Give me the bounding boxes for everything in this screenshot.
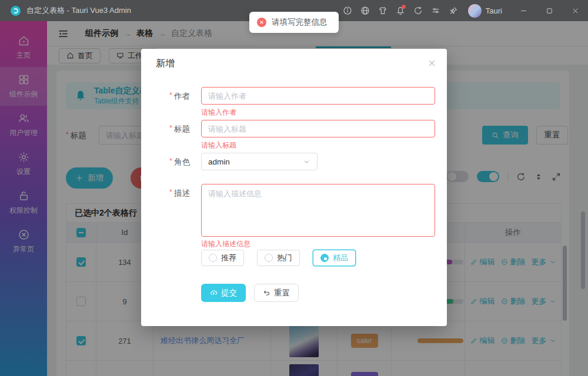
- role-value: admin: [208, 157, 230, 166]
- theme-skin-icon[interactable]: [374, 2, 392, 19]
- window-minimize-button[interactable]: [510, 0, 536, 21]
- desc-textarea[interactable]: [201, 184, 435, 237]
- window-maximize-button[interactable]: [536, 0, 562, 21]
- title-error: 请输入标题: [201, 140, 236, 150]
- dialog-title: 新增: [156, 58, 175, 70]
- author-input[interactable]: [201, 87, 435, 105]
- title-input[interactable]: [201, 120, 435, 137]
- author-field-label: *作者: [141, 91, 197, 102]
- title-field-label: *标题: [141, 124, 197, 135]
- add-dialog: 新增 *作者 请输入作者 *标题 请输入标题 *角色 admin *描述 请输入…: [141, 49, 447, 326]
- notification-dot: [402, 5, 406, 9]
- app-logo-icon: [11, 6, 21, 16]
- info-icon[interactable]: [339, 2, 356, 19]
- modal-reset-button[interactable]: 重置: [254, 284, 299, 302]
- toast-message: 请填写完整信息: [272, 17, 328, 28]
- role-field-label: *角色: [141, 157, 197, 167]
- chevron-down-icon: [303, 158, 310, 166]
- error-toast: 请填写完整信息: [249, 12, 339, 33]
- desc-error: 请输入描述信息: [201, 239, 250, 249]
- error-circle-icon: [257, 18, 266, 27]
- pin-icon[interactable]: [445, 2, 462, 19]
- window-close-button[interactable]: [562, 0, 588, 21]
- refresh-icon[interactable]: [409, 2, 427, 19]
- language-globe-icon[interactable]: [356, 2, 374, 19]
- radio-recommend[interactable]: 推荐: [201, 250, 244, 266]
- author-error: 请输入作者: [201, 108, 236, 118]
- dialog-close-icon[interactable]: [427, 59, 436, 68]
- desc-field-label: *描述: [141, 188, 197, 199]
- app-window: 自定义表格 - Tauri Vue3 Admin: [0, 0, 588, 376]
- radio-featured[interactable]: 精品: [313, 250, 356, 266]
- undo-icon: [263, 289, 270, 297]
- submit-button[interactable]: 提交: [201, 284, 246, 302]
- notifications-bell-icon[interactable]: [392, 2, 409, 19]
- user-avatar[interactable]: [468, 4, 482, 18]
- user-name: Tauri: [486, 6, 502, 15]
- category-radio-group: 推荐 热门 精品: [201, 250, 356, 266]
- radio-circle-icon: [320, 254, 329, 262]
- role-select[interactable]: admin: [201, 153, 318, 170]
- settings-sliders-icon[interactable]: [427, 2, 445, 19]
- radio-circle-icon: [265, 254, 273, 262]
- window-title: 自定义表格 - Tauri Vue3 Admin: [26, 5, 131, 16]
- radio-hot[interactable]: 热门: [257, 250, 300, 266]
- radio-circle-icon: [209, 254, 217, 262]
- cloud-upload-icon: [210, 289, 218, 297]
